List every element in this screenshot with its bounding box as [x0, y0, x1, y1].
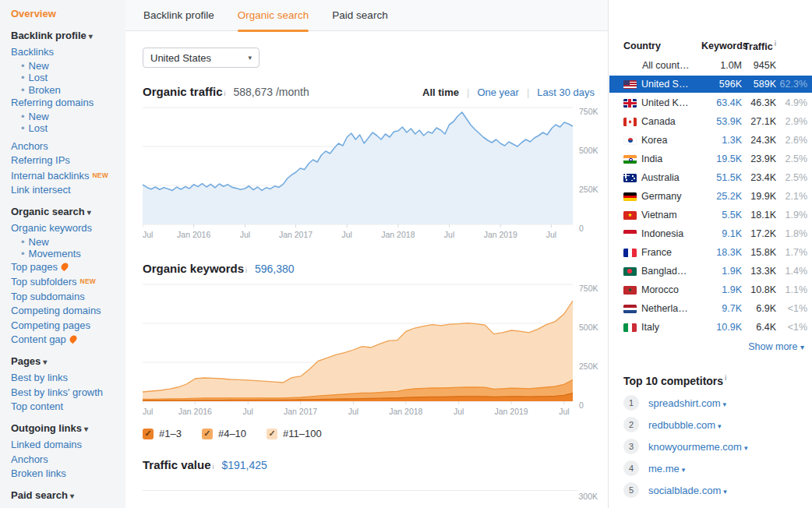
range-one-year[interactable]: One year — [477, 86, 518, 98]
column-header-country[interactable]: Country — [623, 41, 701, 51]
country-label: Germany — [641, 191, 681, 202]
country-traffic: 15.8K — [742, 247, 776, 258]
country-keywords[interactable]: 63.4K — [701, 97, 742, 108]
sidebar-item-referring-domains[interactable]: Referring domains — [11, 96, 121, 111]
sidebar-item-backlinks[interactable]: Backlinks — [11, 45, 121, 60]
country-row-netherla[interactable]: Netherla…9.7K6.9K<1% — [623, 299, 807, 318]
country-row-banglad[interactable]: Banglad…1.9K13.3K1.4% — [623, 262, 807, 280]
competitor-domain-link[interactable]: redbubble.com▾ — [648, 419, 722, 431]
country-row-vietnam[interactable]: Vietnam5.5K18.1K1.9% — [623, 206, 807, 224]
country-keywords[interactable]: 51.5K — [701, 172, 742, 183]
country-row-korea[interactable]: Korea1.3K24.3K2.6% — [623, 131, 807, 150]
country-keywords[interactable]: 25.2K — [701, 191, 742, 202]
tab-backlink-profile[interactable]: Backlink profile — [143, 0, 214, 31]
country-keywords[interactable]: 9.1K — [701, 228, 742, 239]
organic-keywords-value[interactable]: 596,380 — [255, 263, 295, 275]
sidebar-item-best-by-links[interactable]: Best by links — [11, 371, 121, 386]
sidebar-item-top-subfolders[interactable]: Top subfoldersNEW — [11, 274, 121, 290]
legend-checkbox--4-10[interactable]: ✓#4–10 — [202, 428, 246, 439]
sidebar-item-overview[interactable]: Overview — [11, 7, 121, 22]
sidebar-item-linked-domains[interactable]: Linked domains — [11, 438, 121, 453]
country-name: Canada — [623, 116, 701, 127]
country-keywords[interactable]: 10.9K — [701, 322, 742, 333]
in-flag-icon — [623, 155, 637, 164]
sidebar-item-referring-ips[interactable]: Referring IPs — [11, 153, 121, 168]
column-header-traffic[interactable]: Traffici — [742, 40, 776, 52]
country-row-india[interactable]: India19.5K23.9K2.5% — [623, 150, 807, 168]
sidebar-item-top-subdomains[interactable]: Top subdomains — [11, 290, 121, 305]
country-select[interactable]: United States ▾ — [143, 48, 259, 68]
sidebar-subitem-new[interactable]: •New — [11, 60, 121, 72]
legend-checkbox--11-100[interactable]: ✓#11–100 — [267, 428, 322, 439]
sidebar-section-backlink-profile[interactable]: Backlink profile▾ — [11, 29, 121, 44]
sidebar-item-best-by-links-growth[interactable]: Best by links' growth — [11, 386, 121, 400]
competitor-domain-link[interactable]: socialblade.com▾ — [648, 485, 727, 496]
sidebar-section-outgoing-links[interactable]: Outgoing links▾ — [11, 422, 121, 437]
country-row-italy[interactable]: Italy10.9K6.4K<1% — [623, 318, 807, 337]
competitor-domain-link[interactable]: spreadshirt.com▾ — [648, 397, 726, 409]
range-last-30-days[interactable]: Last 30 days — [537, 86, 595, 98]
checkbox-checked-icon[interactable]: ✓ — [143, 429, 154, 439]
legend-checkbox--1-3[interactable]: ✓#1–3 — [143, 428, 182, 439]
sidebar-item-anchors[interactable]: Anchors — [11, 139, 121, 154]
bullet-icon: • — [21, 60, 25, 72]
country-row-allcount[interactable]: All count…1.0M945K — [623, 56, 807, 75]
info-icon: i — [775, 40, 776, 48]
country-row-indonesia[interactable]: Indonesia9.1K17.2K1.8% — [623, 224, 807, 243]
tab-paid-search[interactable]: Paid search — [332, 0, 387, 31]
column-header-keywords[interactable]: Keywords — [701, 41, 742, 51]
de-flag-icon — [623, 192, 637, 201]
sidebar-item-content-gap[interactable]: Content gap — [11, 333, 121, 347]
sidebar-item-competing-domains[interactable]: Competing domains — [11, 304, 121, 319]
competitor-domain-link[interactable]: knowyourmeme.com▾ — [648, 441, 747, 453]
sidebar-section-pages[interactable]: Pages▾ — [11, 355, 121, 370]
sidebar-item-top-pages[interactable]: Top pages — [11, 260, 121, 275]
country-keywords[interactable]: 1.0M — [701, 60, 742, 71]
country-keywords[interactable]: 19.5K — [701, 153, 742, 164]
country-name: Netherla… — [623, 303, 701, 314]
competitor-domain-link[interactable]: me.me▾ — [648, 463, 685, 474]
sidebar-item-organic-keywords[interactable]: Organic keywords — [11, 221, 121, 236]
country-keywords[interactable]: 53.9K — [701, 116, 742, 127]
sidebar-item-anchors[interactable]: Anchors — [11, 453, 121, 467]
country-row-uniteds[interactable]: United S…596K589K62.3% — [609, 76, 812, 93]
x-axis-tick-label: Jan 2017 — [279, 230, 312, 239]
country-row-germany[interactable]: Germany25.2K19.9K2.1% — [623, 187, 807, 206]
sidebar-item-internal-backlinks[interactable]: Internal backlinksNEW — [11, 168, 121, 184]
checkbox-checked-icon[interactable]: ✓ — [267, 429, 277, 439]
sidebar-subitem-lost[interactable]: •Lost — [11, 122, 121, 135]
country-keywords[interactable]: 1.9K — [701, 284, 742, 295]
country-row-unitedk[interactable]: United K…63.4K46.3K4.9% — [623, 93, 807, 112]
checkbox-checked-icon[interactable]: ✓ — [202, 429, 213, 439]
country-keywords[interactable]: 596K — [701, 79, 742, 90]
country-keywords[interactable]: 18.3K — [701, 247, 742, 258]
country-keywords[interactable]: 9.7K — [701, 303, 742, 314]
country-traffic: 46.3K — [742, 97, 776, 108]
sidebar-subitem-movements[interactable]: •Movements — [11, 248, 121, 260]
tab-organic-search[interactable]: Organic search — [238, 0, 309, 31]
sidebar-item-broken-links[interactable]: Broken links — [11, 467, 121, 482]
sidebar-item-link-intersect[interactable]: Link intersect — [11, 183, 121, 198]
country-keywords[interactable]: 1.3K — [701, 135, 742, 146]
competitor-item: 2redbubble.com▾ — [623, 419, 807, 431]
sidebar-item-competing-pages[interactable]: Competing pages — [11, 319, 121, 333]
sidebar-section-paid-search[interactable]: Paid search▾ — [11, 489, 121, 504]
country-keywords[interactable]: 1.9K — [701, 266, 742, 277]
sidebar-subitem-new[interactable]: •New — [11, 236, 121, 249]
country-row-france[interactable]: France18.3K15.8K1.7% — [623, 243, 807, 262]
sidebar-section-organic-search[interactable]: Organic search▾ — [11, 205, 121, 220]
country-row-morocco[interactable]: Morocco1.9K10.8K1.1% — [623, 280, 807, 299]
sidebar-item-ppc-keywords[interactable]: PPC keywords — [11, 505, 121, 508]
range-all-time[interactable]: All time — [422, 86, 459, 98]
show-more-button[interactable]: Show more ▾ — [623, 341, 807, 352]
y-axis-tick-label: 750K — [579, 107, 598, 116]
sidebar-subitem-new[interactable]: •New — [11, 111, 121, 123]
sidebar-subitem-broken[interactable]: •Broken — [11, 84, 121, 97]
country-row-canada[interactable]: Canada53.9K27.1K2.9% — [623, 112, 807, 131]
country-row-australia[interactable]: Australia51.5K23.4K2.5% — [623, 168, 807, 187]
organic-traffic-value: 588,673 /month — [233, 86, 309, 98]
sidebar-item-top-content[interactable]: Top content — [11, 400, 121, 415]
sidebar-subitem-lost[interactable]: •Lost — [11, 72, 121, 84]
country-keywords[interactable]: 5.5K — [701, 210, 742, 220]
traffic-value-amount[interactable]: $191,425 — [221, 459, 267, 471]
